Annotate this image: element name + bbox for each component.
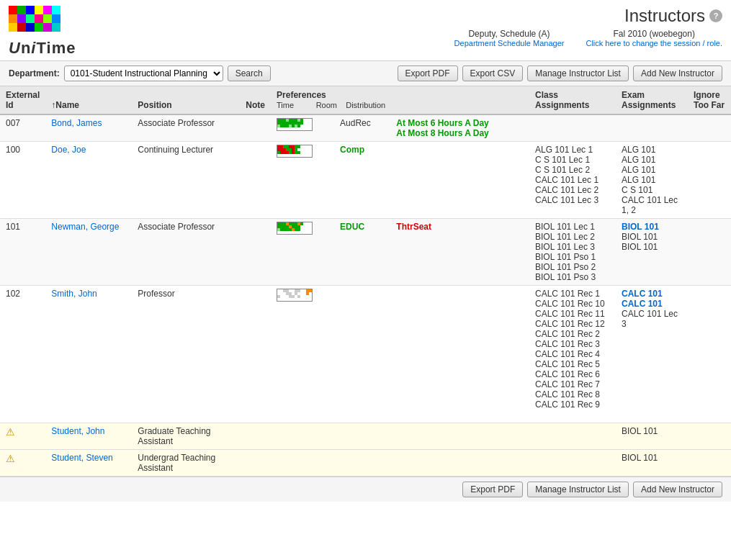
svg-rect-2 [26,6,35,14]
name-cell: Bond, James [45,114,132,142]
pref-dist-item: ThtrSeat [396,222,524,232]
svg-rect-8 [26,14,35,23]
export-csv-button[interactable]: Export CSV [462,66,524,81]
svg-rect-15 [35,23,43,32]
bottom-bar: Export PDF Manage Instructor List Add Ne… [0,477,731,502]
add-new-button[interactable]: Add New Instructor [633,66,722,81]
exam-assignment: ALG 101 [622,145,682,155]
export-pdf-button[interactable]: Export PDF [398,66,458,81]
position-cell: Graduate Teaching Assistant [132,423,240,450]
svg-rect-4 [43,6,52,14]
position-cell: Undergrad Teaching Assistant [132,450,240,477]
header-class-assign: Class Assignments [529,86,616,114]
position-cell: Associate Professor [132,219,240,286]
header-pref-time: Time Room Distribution [277,101,385,109]
exam-assign-cell: ALG 101ALG 101ALG 101ALG 101C S 101CALC … [616,142,688,219]
bottom-add-new-button[interactable]: Add New Instructor [633,482,722,497]
page-title: Instructors ? [624,6,722,26]
header-position: Position [132,86,240,114]
instructor-name-link[interactable]: Student, Steven [51,453,112,463]
warning-icon: ⚠ [6,426,15,438]
instructor-name-link[interactable]: Student, John [51,426,104,436]
class-assignment: CALC 101 Lec 2 [535,185,610,195]
exam-assignment: BIOL 101 [622,453,682,463]
manage-list-button[interactable]: Manage Instructor List [527,66,629,81]
header-note: Note [240,86,271,114]
class-assign-cell [529,423,616,450]
logo-icon [9,6,60,37]
dept-select[interactable]: 0101-Student Instructional Planning [64,66,223,81]
svg-rect-1 [17,6,26,14]
class-assignment: BIOL 101 Lec 2 [535,232,610,242]
class-assignment: CALC 101 Rec 4 [535,349,610,359]
search-button[interactable]: Search [228,66,271,81]
svg-rect-14 [26,23,35,32]
ignore-cell [688,286,731,423]
class-assignment: CALC 101 Rec 7 [535,379,610,389]
class-assignment: BIOL 101 Pso 2 [535,262,610,272]
table-row: 007 Bond, James Associate Professor AudR… [0,114,731,142]
name-cell: Doe, Joe [45,142,132,219]
svg-rect-10 [43,14,52,23]
pref-dist-item: At Most 8 Hours A Day [396,128,524,138]
class-assignment: BIOL 101 Lec 1 [535,222,610,232]
instructor-name-link[interactable]: Newman, George [51,222,119,232]
user-info: Deputy, Schedule (A) Department Schedule… [454,29,565,48]
table-row: 100 Doe, Joe Continuing Lecturer Comp AL… [0,142,731,219]
exam-assignment: ALG 101 [622,175,682,185]
class-assignment: CALC 101 Rec 12 [535,319,610,329]
pref-time-cell [271,450,334,477]
session-term: Fal 2010 (woebegon) Click here to change… [586,29,722,48]
class-assignment: BIOL 101 Pso 3 [535,272,610,282]
class-assignment: CALC 101 Rec 11 [535,309,610,319]
table-row: 102 Smith, John Professor CALC 101 Rec 1… [0,286,731,423]
dept-label: Department: [9,68,60,78]
exam-assignment: ALG 101 [622,165,682,175]
table-row: ⚠ Student, John Graduate Teaching Assist… [0,423,731,450]
position-cell: Associate Professor [132,114,240,142]
class-assign-cell [529,450,616,477]
ext-id-cell: 007 [0,114,45,142]
class-assign-cell [529,114,616,142]
header-ignore: Ignore Too Far [688,86,731,114]
pref-room-cell: Comp [334,142,390,219]
note-cell [240,286,271,423]
instructors-table: External Id ↑Name Position Note Preferen… [0,86,731,477]
ignore-cell [688,423,731,450]
exam-assignment: BIOL 101 [622,426,682,436]
warning-icon: ⚠ [6,453,15,464]
instructor-name-link[interactable]: Doe, Joe [51,145,86,155]
pref-time-cell [271,219,334,286]
name-cell: Student, John [45,423,132,450]
pref-dist-cell [390,286,529,423]
bottom-export-pdf-button[interactable]: Export PDF [462,482,523,497]
session-info: Deputy, Schedule (A) Department Schedule… [454,29,722,48]
pref-dist-cell: ThtrSeat [390,219,529,286]
table-row: 101 Newman, George Associate Professor E… [0,219,731,286]
class-assignment: ALG 101 Lec 1 [535,145,610,155]
bottom-manage-list-button[interactable]: Manage Instructor List [527,482,629,497]
header-preferences: Preferences Time Room Distribution [271,86,529,114]
position-cell: Continuing Lecturer [132,142,240,219]
term-action[interactable]: Click here to change the session / role. [586,39,722,48]
note-cell [240,450,271,477]
class-assign-cell: ALG 101 Lec 1C S 101 Lec 1C S 101 Lec 2C… [529,142,616,219]
ignore-cell [688,219,731,286]
svg-rect-12 [9,23,17,32]
instructor-name-link[interactable]: Smith, John [51,289,97,299]
exam-assignment: CALC 101 [622,289,682,299]
class-assignment: CALC 101 Lec 1 [535,175,610,185]
pref-room: AudRec [340,118,371,128]
ext-id-cell: ⚠ [0,450,45,477]
help-icon[interactable]: ? [709,9,722,22]
class-assign-cell: BIOL 101 Lec 1BIOL 101 Lec 2BIOL 101 Lec… [529,219,616,286]
name-cell: Smith, John [45,286,132,423]
pref-room-cell: AudRec [334,114,390,142]
user-role[interactable]: Department Schedule Manager [454,39,565,48]
class-assignment: CALC 101 Rec 6 [535,369,610,379]
header-name[interactable]: ↑Name [45,86,132,114]
ext-id-cell: ⚠ [0,423,45,450]
class-assignment: CALC 101 Rec 2 [535,329,610,339]
instructor-name-link[interactable]: Bond, James [51,118,102,128]
pref-dist-cell [390,142,529,219]
